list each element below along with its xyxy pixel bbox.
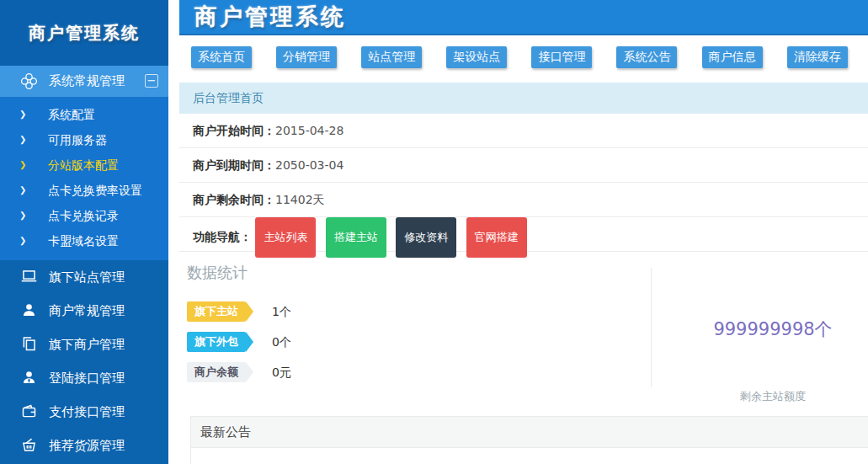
sidebar-item-label: 旗下站点管理 <box>0 269 125 285</box>
sidebar-logo: 商户管理系统 <box>0 0 168 66</box>
row-label: 商户剩余时间： <box>193 193 275 206</box>
statistics-section: 数据统计 旗下主站 1个 旗下外包 0个 商户余额 0元 999999998个 … <box>179 252 868 416</box>
quick-nav-label: 功能导航： <box>193 230 252 243</box>
copy-icon <box>20 335 38 356</box>
sidebar: 商户管理系统 系统常规管理 − ❯ 系统配置 ❯ 可用服务器 ❯ 分 <box>0 0 168 464</box>
chevron-right-icon: ❯ <box>19 102 26 127</box>
row-label: 商户到期时间： <box>193 158 275 172</box>
chevron-right-icon: ❯ <box>19 228 26 253</box>
remaining-quota-caption: 剩余主站额度 <box>651 389 868 404</box>
nav-button-system-announcement[interactable]: 系统公告 <box>616 46 677 68</box>
row-merchant-expire-time: 商户到期时间：2050-03-04 <box>179 148 868 183</box>
sidebar-item-payment-interface-management[interactable]: 支付接口管理 <box>0 395 168 429</box>
sidebar-item-recommended-supply-management[interactable]: 推荐货源管理 <box>0 429 168 462</box>
row-value: 11402天 <box>275 193 325 206</box>
sidebar-item-kameng-domain-settings[interactable]: ❯ 卡盟域名设置 <box>0 228 168 253</box>
announcement-panel: 最新公告 <box>190 416 868 464</box>
chevron-right-icon: ❯ <box>19 178 26 203</box>
nav-button-distribution-management[interactable]: 分销管理 <box>276 46 337 68</box>
remaining-quota-block: 999999998个 剩余主站额度 <box>651 252 868 416</box>
sidebar-item-label: 旗下商户管理 <box>0 337 125 353</box>
nav-button-setup-site[interactable]: 架设站点 <box>446 46 507 68</box>
laptop-icon <box>20 268 38 289</box>
collapse-minus-icon[interactable]: − <box>145 74 158 88</box>
sidebar-section-label: 系统常规管理 <box>0 73 125 89</box>
sidebar-item-available-servers[interactable]: ❯ 可用服务器 <box>0 127 168 152</box>
nav-button-interface-management[interactable]: 接口管理 <box>531 46 592 68</box>
sidebar-submenu: ❯ 系统配置 ❯ 可用服务器 ❯ 分站版本配置 ❯ 点卡兑换费率设置 ❯ 点卡兑… <box>0 97 168 260</box>
nav-button-merchant-info[interactable]: 商户信息 <box>702 46 763 68</box>
row-quick-nav: 功能导航： 主站列表 搭建主站 修改资料 官网搭建 <box>179 217 868 252</box>
sidebar-section-system-general[interactable]: 系统常规管理 − <box>0 66 168 97</box>
row-merchant-remaining-time: 商户剩余时间：11402天 <box>179 183 868 217</box>
outsourcing-badge: 旗下外包 <box>187 332 246 352</box>
page-header: 商户管理系统 <box>179 0 868 35</box>
merchant-info-rows: 商户开始时间：2015-04-28 商户到期时间：2050-03-04 商户剩余… <box>179 114 868 252</box>
sidebar-item-card-exchange-rate[interactable]: ❯ 点卡兑换费率设置 <box>0 178 168 203</box>
nav-button-site-management[interactable]: 站点管理 <box>361 46 422 68</box>
sidebar-item-label: 商户常规管理 <box>0 303 125 319</box>
row-value: 2050-03-04 <box>275 158 343 172</box>
sidebar-item-label: 登陆接口管理 <box>0 371 125 387</box>
chevron-right-icon: ❯ <box>19 203 26 228</box>
sidebar-item-sites-management[interactable]: 旗下站点管理 <box>0 260 168 294</box>
row-value: 2015-04-28 <box>275 124 343 137</box>
sidebar-item-system-config[interactable]: ❯ 系统配置 <box>0 102 168 127</box>
remaining-quota-value: 999999998个 <box>651 317 868 341</box>
top-navigation: 系统首页 分销管理 站点管理 架设站点 接口管理 系统公告 商户信息 清除缓存 … <box>191 46 868 68</box>
announcement-panel-title: 最新公告 <box>191 417 868 448</box>
nav-button-system-home[interactable]: 系统首页 <box>191 46 252 68</box>
chevron-right-icon: ❯ <box>19 127 26 152</box>
wallet-icon <box>20 403 38 424</box>
outsourcing-value: 0个 <box>272 332 291 352</box>
sidebar-item-sub-merchant-management[interactable]: 旗下商户管理 <box>0 328 168 361</box>
user-tie-icon <box>20 369 38 390</box>
sidebar-item-label: 支付接口管理 <box>0 404 125 420</box>
row-label: 商户开始时间： <box>193 124 275 137</box>
user-icon <box>20 301 38 323</box>
app-window: 商户管理系统 系统常规管理 − ❯ 系统配置 ❯ 可用服务器 ❯ 分 <box>0 0 868 464</box>
sidebar-item-card-exchange-records[interactable]: ❯ 点卡兑换记录 <box>0 203 168 228</box>
sidebar-item-substation-version-config[interactable]: ❯ 分站版本配置 <box>0 152 168 178</box>
basket-icon <box>20 436 38 457</box>
breadcrumb: 后台管理首页 <box>179 83 868 114</box>
merchant-balance-value: 0元 <box>272 362 291 382</box>
chevron-right-icon: ❯ <box>19 152 26 178</box>
nav-button-clear-cache[interactable]: 清除缓存 <box>787 46 848 68</box>
merchant-balance-badge: 商户余额 <box>187 362 246 382</box>
row-merchant-start-time: 商户开始时间：2015-04-28 <box>179 114 868 148</box>
sidebar-item-login-interface-management[interactable]: 登陆接口管理 <box>0 361 168 395</box>
clover-icon <box>20 72 38 93</box>
page-title: 商户管理系统 <box>179 0 868 34</box>
sidebar-item-merchant-general-management[interactable]: 商户常规管理 <box>0 294 168 328</box>
main-sites-badge: 旗下主站 <box>187 301 246 322</box>
main-sites-value: 1个 <box>272 301 291 322</box>
sidebar-item-label: 推荐货源管理 <box>0 438 125 454</box>
